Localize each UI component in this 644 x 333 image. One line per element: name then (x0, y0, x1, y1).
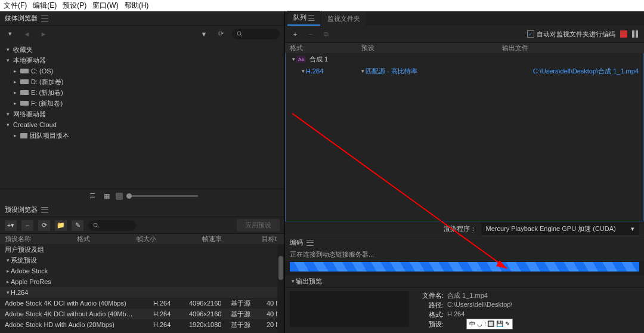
media-browser-title: 媒体浏览器 (5, 14, 38, 23)
preset-columns: 预设名称 格式 帧大小 帧速率 目标t (0, 233, 284, 244)
tree-team-version[interactable]: ▸团队项目版本 (0, 130, 284, 141)
preset-item[interactable]: Adobe Stock 4K DCI with Audio (40Mbps)H.… (0, 298, 284, 309)
drive-icon (20, 79, 29, 84)
menu-window[interactable]: 窗口(W) (92, 1, 118, 11)
zoom-dot-icon (116, 193, 123, 200)
preset-search-input[interactable] (88, 220, 136, 231)
queue-body[interactable]: ▾Ae 合成 1 ▾ H.264 ▾ 匹配源 - 高比特率 C:\Users\d… (285, 53, 644, 221)
col-format[interactable]: 格式 (77, 235, 113, 243)
nav-back-icon[interactable]: ◄ (21, 29, 32, 39)
menu-help[interactable]: 帮助(H) (125, 1, 149, 11)
menu-bar[interactable]: 文件(F) 编辑(E) 预设(P) 窗口(W) 帮助(H) (0, 0, 644, 11)
svg-line-1 (240, 35, 242, 36)
sync-preset-button[interactable]: ⟳ (38, 220, 50, 231)
view-mode-bar: ☰ ▦ (0, 189, 284, 203)
col-fps[interactable]: 帧速率 (202, 235, 238, 243)
panel-menu-icon[interactable] (41, 16, 48, 21)
preset-browser-title: 预设浏览器 (5, 205, 38, 214)
encoding-title: 编码 (290, 238, 303, 247)
ae-icon: Ae (296, 56, 306, 63)
queue-output-file[interactable]: C:\Users\dell\Desktop\合成 1_1.mp4 (533, 67, 639, 76)
collapse-icon[interactable]: ▾ (5, 29, 16, 39)
encoding-status: 正在连接到动态链接服务器... (285, 249, 644, 261)
stop-button[interactable] (620, 30, 627, 38)
panel-menu-icon[interactable] (41, 207, 48, 213)
tree-creative-cloud[interactable]: ▾Creative Cloud (0, 119, 284, 130)
preset-node[interactable]: ▸Apple ProRes (0, 276, 284, 287)
drive-icon (20, 69, 29, 73)
tree-drive-e[interactable]: ▸E: (新加卷) (0, 87, 284, 98)
tree-network-drives[interactable]: ▾网络驱动器 (0, 109, 284, 119)
renderer-label: 渲染程序： (444, 224, 476, 233)
thumb-view-icon[interactable]: ▦ (101, 191, 112, 202)
edit-preset-button[interactable]: ✎ (72, 220, 83, 231)
drive-icon (20, 101, 29, 106)
queue-toolbar: + − ⧉ ✓自动对监视文件夹进行编码 (285, 26, 644, 42)
tree-favorites[interactable]: ▾收藏夹 (0, 44, 284, 55)
preset-browser-header: 预设浏览器 (0, 203, 284, 217)
nav-fwd-icon[interactable]: ► (38, 29, 49, 39)
delete-preset-button[interactable]: − (21, 220, 33, 231)
pause-button[interactable] (632, 30, 639, 38)
output-preview-header[interactable]: ▾输出预览 (285, 275, 644, 287)
zoom-slider[interactable] (126, 195, 198, 197)
col-output[interactable]: 输出文件 (502, 44, 639, 53)
queue-format[interactable]: H.264 (306, 67, 360, 75)
remove-source-button[interactable]: − (305, 29, 316, 39)
renderer-bar: 渲染程序： Mercury Playback Engine GPU 加速 (CU… (285, 221, 644, 236)
chevron-down-icon: ▾ (631, 225, 634, 233)
ime-bar[interactable]: 中 ◡ ⁝ 🔲 💾 ✎ (466, 319, 513, 329)
apply-preset-button[interactable]: 应用预设 (237, 219, 280, 232)
panel-menu-icon[interactable] (306, 240, 314, 246)
tree-drive-d[interactable]: ▸D: (新加卷) (0, 76, 284, 87)
folder-icon (20, 133, 27, 138)
tree-drive-c[interactable]: ▸C: (OS) (0, 66, 284, 76)
renderer-select[interactable]: Mercury Playback Engine GPU 加速 (CUDA)▾ (481, 223, 640, 235)
drive-icon (20, 90, 29, 95)
tab-watch[interactable]: 监视文件夹 (321, 12, 366, 26)
duplicate-button[interactable]: ⧉ (321, 29, 332, 39)
col-format[interactable]: 格式 (290, 44, 361, 53)
list-view-icon[interactable]: ☰ (87, 191, 98, 202)
menu-file[interactable]: 文件(F) (4, 1, 27, 11)
preview-thumbnail (290, 291, 409, 327)
preset-user-group[interactable]: 用户预设及组 (0, 244, 284, 255)
queue-columns: 格式 预设 输出文件 (285, 42, 644, 53)
preset-list[interactable]: 用户预设及组 ▾系统预设 ▸Adobe Stock ▸Apple ProRes … (0, 244, 284, 333)
tree-local-drives[interactable]: ▾本地驱动器 (0, 55, 284, 66)
preset-node-h264[interactable]: ▾H.264 (0, 287, 284, 298)
preset-node[interactable]: ▸Adobe Stock (0, 266, 284, 276)
checkbox-icon: ✓ (527, 30, 534, 38)
menu-preset[interactable]: 预设(P) (63, 1, 86, 11)
tree-drive-f[interactable]: ▸F: (新加卷) (0, 98, 284, 109)
col-size[interactable]: 帧大小 (137, 235, 178, 243)
queue-tabs: 队列 监视文件夹 (285, 11, 644, 26)
add-preset-button[interactable]: +▾ (5, 220, 17, 231)
encoding-header: 编码 (285, 236, 644, 249)
progress-bar (290, 262, 639, 272)
preset-toolbar: +▾ − ⟳ 📁 ✎ 应用预设 (0, 217, 284, 233)
queue-preset[interactable]: 匹配源 - 高比特率 (366, 67, 533, 76)
new-folder-button[interactable]: 📁 (55, 220, 67, 231)
progress-fill (290, 262, 639, 272)
preset-sys-group[interactable]: ▾系统预设 (0, 255, 284, 266)
panel-menu-icon[interactable] (308, 15, 314, 21)
menu-edit[interactable]: 编辑(E) (33, 1, 57, 11)
svg-line-3 (97, 226, 98, 228)
scrollbar-thumb[interactable] (278, 256, 283, 280)
queue-comp-row[interactable]: ▾Ae 合成 1 (286, 53, 643, 65)
auto-encode-checkbox[interactable]: ✓自动对监视文件夹进行编码 (527, 30, 615, 39)
refresh-icon[interactable]: ⟳ (215, 29, 226, 39)
preset-item[interactable]: Adobe Stock 4K DCI without Audio (40Mb…H… (0, 309, 284, 319)
media-search-input[interactable] (232, 29, 280, 39)
col-target[interactable]: 目标t (262, 235, 280, 243)
col-name[interactable]: 预设名称 (5, 235, 53, 243)
col-preset[interactable]: 预设 (361, 44, 502, 53)
filter-icon[interactable]: ▼ (199, 29, 209, 39)
add-source-button[interactable]: + (290, 29, 301, 39)
tab-queue[interactable]: 队列 (287, 11, 320, 26)
queue-output-row[interactable]: ▾ H.264 ▾ 匹配源 - 高比特率 C:\Users\dell\Deskt… (286, 65, 643, 77)
media-tree[interactable]: ▾收藏夹 ▾本地驱动器 ▸C: (OS) ▸D: (新加卷) ▸E: (新加卷)… (0, 42, 284, 189)
preset-item[interactable]: Adobe Stock HD with Audio (20Mbps)H.2641… (0, 319, 284, 330)
scrollbar[interactable] (277, 244, 284, 333)
